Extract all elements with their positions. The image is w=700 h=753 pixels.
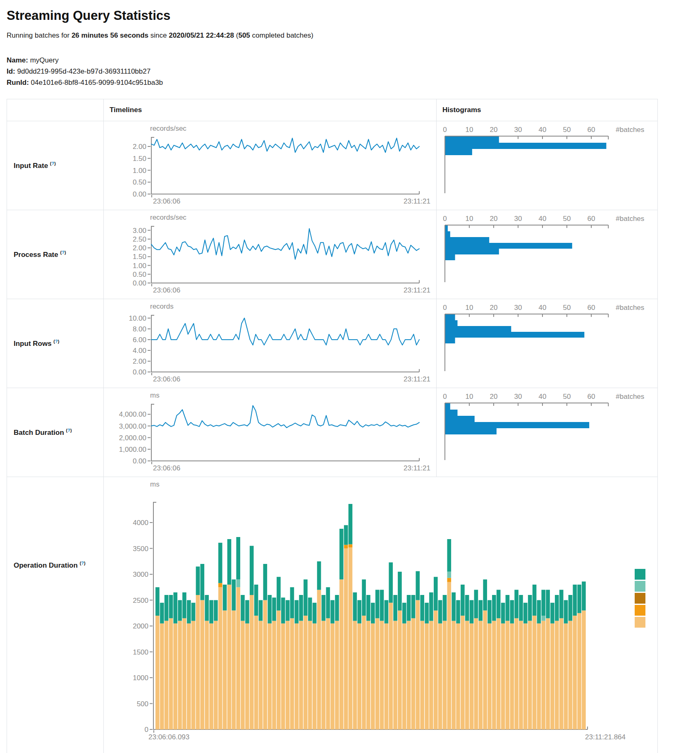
query-id-value: 9d0dd219-995d-423e-b97d-36931110bb27 bbox=[17, 67, 151, 75]
process-rate-timeline-chart: 0.000.501.001.502.002.503.0023:06:0623:1… bbox=[104, 223, 437, 295]
batch-duration-row: Batch Duration (?) ms 0.001,000.002,000.… bbox=[7, 388, 658, 477]
svg-text:1500: 1500 bbox=[133, 648, 148, 656]
svg-text:2,000.00: 2,000.00 bbox=[119, 434, 146, 442]
corner-cell bbox=[7, 99, 104, 121]
process-rate-histogram-cell: 0102030405060#batches bbox=[437, 210, 658, 299]
histograms-header: Histograms bbox=[437, 99, 658, 121]
svg-text:0.00: 0.00 bbox=[133, 190, 146, 198]
process-rate-histogram-chart: 0102030405060#batches bbox=[437, 213, 658, 291]
svg-text:10.00: 10.00 bbox=[129, 314, 146, 322]
query-name-label: Name: bbox=[7, 56, 28, 64]
query-name-line: Name: myQuery bbox=[7, 55, 693, 66]
query-id-line: Id: 9d0dd219-995d-423e-b97d-36931110bb27 bbox=[7, 66, 693, 77]
svg-text:23:06:06: 23:06:06 bbox=[153, 464, 180, 472]
svg-text:23:06:06: 23:06:06 bbox=[153, 197, 180, 205]
svg-text:1,000.00: 1,000.00 bbox=[119, 446, 146, 453]
svg-text:#batches: #batches bbox=[616, 393, 644, 400]
svg-text:0.00: 0.00 bbox=[133, 279, 146, 287]
svg-text:4,000.00: 4,000.00 bbox=[119, 410, 146, 418]
batch-duration-label: Batch Duration (?) bbox=[7, 388, 104, 477]
input-rate-timeline-chart: 0.000.501.001.502.0023:06:0623:11:21 bbox=[104, 134, 437, 206]
svg-text:0: 0 bbox=[443, 304, 447, 312]
svg-text:#batches: #batches bbox=[616, 126, 644, 134]
query-runid-label: RunId: bbox=[7, 79, 29, 86]
svg-text:1000: 1000 bbox=[133, 674, 148, 682]
svg-text:30: 30 bbox=[514, 126, 522, 134]
operation-duration-row: Operation Duration (?) ms 05001000150020… bbox=[7, 477, 658, 753]
query-name-value: myQuery bbox=[30, 56, 59, 64]
svg-text:60: 60 bbox=[588, 393, 595, 400]
svg-text:0.50: 0.50 bbox=[133, 271, 146, 278]
table-header-row: Timelines Histograms bbox=[7, 99, 658, 121]
svg-text:0.00: 0.00 bbox=[133, 457, 146, 465]
svg-text:2.00: 2.00 bbox=[133, 143, 146, 151]
svg-text:50: 50 bbox=[563, 304, 571, 312]
batch-duration-unit-label: ms bbox=[150, 391, 436, 400]
svg-text:50: 50 bbox=[563, 215, 571, 223]
svg-text:1.50: 1.50 bbox=[133, 253, 146, 261]
svg-text:10: 10 bbox=[466, 304, 473, 312]
input-rows-unit-label: records bbox=[150, 302, 436, 312]
input-rate-unit-label: records/sec bbox=[150, 125, 436, 134]
svg-text:3,000.00: 3,000.00 bbox=[119, 422, 146, 430]
batch-duration-timeline-cell: ms 0.001,000.002,000.003,000.004,000.002… bbox=[104, 388, 437, 477]
svg-text:30: 30 bbox=[514, 393, 522, 400]
summary-prefix: Running batches for bbox=[7, 31, 72, 39]
timelines-header: Timelines bbox=[104, 99, 437, 121]
svg-text:10: 10 bbox=[466, 215, 473, 223]
input-rows-timeline-cell: records 0.002.004.006.008.0010.0023:06:0… bbox=[104, 299, 437, 388]
svg-text:40: 40 bbox=[539, 393, 547, 400]
input-rate-histogram-cell: 0102030405060#batches bbox=[437, 121, 658, 210]
svg-text:20: 20 bbox=[490, 126, 498, 134]
svg-text:4.00: 4.00 bbox=[133, 347, 146, 355]
input-rows-help-icon[interactable]: (?) bbox=[53, 339, 59, 344]
query-id-label: Id: bbox=[7, 67, 15, 75]
svg-text:60: 60 bbox=[588, 126, 595, 134]
query-runid-value: 04e101e6-8bf8-4165-9099-9104c951ba3b bbox=[31, 79, 163, 86]
svg-text:1.00: 1.00 bbox=[133, 262, 146, 270]
summary-suffix: completed batches) bbox=[250, 31, 313, 39]
svg-text:2.50: 2.50 bbox=[133, 235, 146, 243]
svg-text:3000: 3000 bbox=[133, 571, 148, 578]
svg-text:23:06:06.093: 23:06:06.093 bbox=[148, 733, 189, 741]
svg-text:23:11:21: 23:11:21 bbox=[404, 286, 430, 294]
svg-text:0: 0 bbox=[443, 393, 447, 400]
operation-duration-label: Operation Duration (?) bbox=[7, 477, 104, 753]
svg-text:60: 60 bbox=[588, 304, 595, 312]
svg-text:6.00: 6.00 bbox=[133, 336, 146, 344]
summary-paren: ( bbox=[234, 31, 238, 39]
svg-text:10: 10 bbox=[466, 126, 473, 134]
input-rows-label: Input Rows (?) bbox=[7, 299, 104, 388]
query-runid-line: RunId: 04e101e6-8bf8-4165-9099-9104c951b… bbox=[7, 77, 693, 88]
batch-duration-timeline-chart: 0.001,000.002,000.003,000.004,000.0023:0… bbox=[104, 400, 437, 473]
input-rate-label: Input Rate (?) bbox=[7, 121, 104, 210]
svg-text:4000: 4000 bbox=[133, 519, 148, 527]
svg-text:2.00: 2.00 bbox=[133, 244, 146, 252]
input-rows-timeline-chart: 0.002.004.006.008.0010.0023:06:0623:11:2… bbox=[104, 312, 437, 384]
svg-text:23:06:06: 23:06:06 bbox=[153, 286, 180, 294]
svg-text:1.00: 1.00 bbox=[133, 167, 146, 175]
input-rate-timeline-cell: records/sec 0.000.501.001.502.0023:06:06… bbox=[104, 121, 437, 210]
process-rate-help-icon[interactable]: (?) bbox=[60, 250, 66, 255]
svg-text:23:11:21: 23:11:21 bbox=[404, 464, 430, 472]
batch-duration-help-icon[interactable]: (?) bbox=[66, 428, 72, 433]
svg-text:0.50: 0.50 bbox=[133, 178, 146, 186]
svg-text:2000: 2000 bbox=[133, 622, 148, 630]
statistics-table: Timelines Histograms Input Rate (?) reco… bbox=[7, 99, 658, 753]
input-rate-help-icon[interactable]: (?) bbox=[50, 161, 56, 166]
svg-text:0: 0 bbox=[443, 215, 447, 223]
operation-duration-help-icon[interactable]: (?) bbox=[80, 561, 86, 566]
svg-text:23:06:06: 23:06:06 bbox=[153, 375, 180, 383]
streaming-statistics-page: Streaming Query Statistics Running batch… bbox=[0, 0, 700, 753]
svg-text:#batches: #batches bbox=[616, 304, 644, 312]
svg-text:2.00: 2.00 bbox=[133, 357, 146, 365]
svg-text:30: 30 bbox=[514, 304, 522, 312]
svg-text:50: 50 bbox=[563, 393, 571, 400]
svg-text:0: 0 bbox=[443, 126, 447, 134]
running-batches-summary: Running batches for 26 minutes 56 second… bbox=[7, 31, 693, 40]
svg-text:23:11:21: 23:11:21 bbox=[404, 375, 430, 383]
svg-text:0.00: 0.00 bbox=[133, 368, 146, 376]
svg-text:50: 50 bbox=[563, 126, 571, 134]
svg-text:1.50: 1.50 bbox=[133, 155, 146, 163]
input-rows-row: Input Rows (?) records 0.002.004.006.008… bbox=[7, 299, 658, 388]
